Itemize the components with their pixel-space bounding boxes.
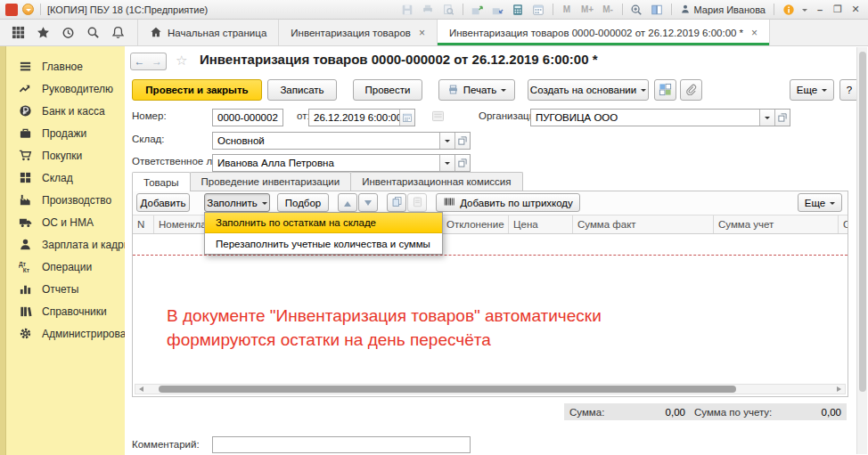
warehouse-open-button[interactable] bbox=[454, 133, 470, 149]
section-tab[interactable]: Проведение инвентаризации bbox=[190, 172, 352, 191]
sidebar-item-label: Справочники bbox=[42, 305, 107, 318]
responsible-person-dropdown-button[interactable] bbox=[439, 155, 454, 171]
sidebar-item-truck[interactable]: ОС и НМА bbox=[7, 211, 125, 233]
column-header[interactable]: Цена bbox=[509, 215, 573, 233]
sidebar-item-books[interactable]: Справочники bbox=[7, 300, 125, 322]
write-button[interactable]: Записать bbox=[267, 79, 337, 101]
memory-m-button[interactable]: M bbox=[559, 2, 576, 17]
sidebar-item-gear[interactable]: Администрирование bbox=[7, 322, 125, 345]
favorite-star-icon[interactable]: ☆ bbox=[176, 53, 187, 69]
sidebar-item-menu[interactable]: Главное bbox=[7, 55, 125, 77]
print-preview-icon[interactable] bbox=[440, 2, 457, 17]
date-history-icon[interactable] bbox=[431, 110, 445, 124]
column-header[interactable]: Сумма факт bbox=[573, 215, 714, 233]
history-icon[interactable] bbox=[59, 23, 77, 43]
menu-grid-icon[interactable] bbox=[9, 23, 27, 43]
add-row-button[interactable]: Добавить bbox=[136, 193, 190, 212]
section-tab[interactable]: Инвентаризационная комиссия bbox=[350, 172, 522, 191]
form-more-button[interactable]: Еще bbox=[790, 79, 834, 101]
current-user[interactable]: Мария Иванова bbox=[677, 4, 768, 16]
sidebar-item-ruble[interactable]: Банк и касса bbox=[7, 100, 125, 122]
column-header[interactable]: Счет учета bbox=[839, 215, 848, 233]
sidebar-item-dtkt[interactable]: ДтКтОперации bbox=[7, 256, 125, 278]
divider bbox=[40, 4, 41, 15]
calendar-icon[interactable] bbox=[530, 2, 547, 17]
responsible-person-field[interactable]: Иванова Алла Петровна bbox=[212, 154, 471, 172]
app-tab[interactable]: Начальная страница bbox=[137, 20, 279, 45]
sidebar-item-factory[interactable]: Производство bbox=[7, 189, 125, 211]
date-field[interactable]: 26.12.2019 6:00:00 bbox=[308, 109, 415, 126]
form-scrollbar-thumb[interactable] bbox=[859, 52, 866, 392]
print-menu-button[interactable]: Печать bbox=[438, 79, 515, 101]
table-more-button[interactable]: Еще bbox=[798, 193, 842, 212]
column-header[interactable]: Отклонение bbox=[442, 215, 509, 233]
warehouse-dropdown-button[interactable] bbox=[439, 133, 454, 149]
sidebar-item-chart[interactable]: Отчеты bbox=[7, 278, 125, 300]
organization-open-button[interactable] bbox=[774, 110, 790, 126]
nav-forward-button[interactable]: → bbox=[148, 53, 167, 70]
info-menu-caret-icon[interactable] bbox=[800, 2, 809, 17]
copy-rows-button[interactable] bbox=[387, 193, 406, 212]
pick-button[interactable]: Подбор bbox=[277, 193, 329, 212]
search-icon[interactable] bbox=[84, 23, 102, 43]
app-tab[interactable]: Инвентаризация товаров 0000-000002 от 26… bbox=[438, 20, 770, 45]
sidebar-item-cart[interactable]: Покупки bbox=[7, 144, 125, 167]
add-by-barcode-button[interactable]: Добавить по штрихкоду bbox=[436, 193, 580, 212]
fill-menu-item[interactable]: Заполнить по остаткам на складе bbox=[205, 213, 442, 233]
calculator-icon[interactable] bbox=[510, 2, 527, 17]
form-vertical-scrollbar[interactable] bbox=[856, 47, 867, 454]
print-icon[interactable] bbox=[420, 2, 437, 17]
memory-m-plus-button[interactable]: M+ bbox=[579, 2, 596, 17]
move-row-down-button[interactable] bbox=[358, 193, 378, 212]
responsible-person-open-button[interactable] bbox=[454, 155, 470, 171]
fill-menu-item[interactable]: Перезаполнить учетные количества и суммы bbox=[205, 233, 442, 254]
scroll-right-icon[interactable] bbox=[836, 386, 845, 392]
number-input[interactable] bbox=[212, 109, 283, 126]
sidebar-item-trend[interactable]: Руководителю bbox=[7, 77, 125, 100]
split-view-icon[interactable] bbox=[649, 2, 666, 17]
scroll-left-icon[interactable] bbox=[135, 386, 144, 392]
tab-close-icon[interactable]: × bbox=[751, 27, 757, 39]
zoom-in-icon[interactable] bbox=[628, 2, 645, 17]
close-button[interactable]: ✕ bbox=[848, 3, 863, 16]
save-icon[interactable] bbox=[399, 2, 416, 17]
scrollbar-thumb[interactable] bbox=[159, 386, 736, 393]
info-icon[interactable] bbox=[780, 2, 797, 17]
printer-icon bbox=[447, 84, 459, 97]
notifications-bell-icon[interactable] bbox=[109, 23, 127, 43]
date-picker-button[interactable] bbox=[399, 110, 414, 126]
move-row-up-button[interactable] bbox=[338, 193, 357, 212]
comment-input[interactable] bbox=[212, 436, 471, 453]
exchange-icon[interactable] bbox=[489, 2, 506, 17]
organization-value: ПУГОВИЦА ООО bbox=[531, 110, 759, 126]
minimize-button[interactable]: – bbox=[813, 3, 827, 16]
app-tab[interactable]: Инвентаризация товаров× bbox=[279, 20, 438, 45]
section-tab[interactable]: Товары bbox=[132, 172, 191, 191]
sidebar-item-bag[interactable]: Продажи bbox=[7, 122, 125, 144]
sidebar-item-person[interactable]: Зарплата и кадры bbox=[7, 233, 125, 256]
horizontal-scrollbar[interactable] bbox=[135, 384, 846, 394]
organization-dropdown-button[interactable] bbox=[759, 110, 774, 126]
reports-structure-button[interactable] bbox=[654, 79, 676, 101]
tab-close-icon[interactable]: × bbox=[419, 27, 425, 39]
attachments-button[interactable] bbox=[680, 79, 702, 101]
send-icon[interactable] bbox=[469, 2, 486, 17]
sidebar-item-warehouse[interactable]: Склад bbox=[7, 167, 125, 189]
memory-m-minus-button[interactable]: M- bbox=[600, 2, 617, 17]
organization-field[interactable]: ПУГОВИЦА ООО bbox=[530, 109, 790, 126]
column-header[interactable]: N bbox=[133, 215, 154, 233]
post-and-close-button[interactable]: Провести и закрыть bbox=[132, 79, 262, 101]
post-button[interactable]: Провести bbox=[353, 79, 422, 101]
fill-menu-button[interactable]: Заполнить bbox=[204, 193, 270, 212]
sidebar-item-label: Склад bbox=[42, 172, 73, 184]
system-menu-icon[interactable] bbox=[22, 4, 34, 15]
paste-rows-button[interactable] bbox=[407, 193, 427, 212]
create-on-base-button[interactable]: Создать на основании bbox=[528, 79, 649, 101]
scrollbar-track[interactable] bbox=[144, 385, 836, 394]
sidebar-edge-strip[interactable] bbox=[0, 46, 6, 455]
restore-button[interactable]: ❐ bbox=[831, 3, 845, 16]
nav-back-button[interactable]: ← bbox=[130, 53, 149, 70]
favorites-star-icon[interactable] bbox=[34, 23, 52, 43]
column-header[interactable]: Сумма учет bbox=[714, 215, 839, 233]
warehouse-field[interactable]: Основной bbox=[212, 132, 471, 150]
